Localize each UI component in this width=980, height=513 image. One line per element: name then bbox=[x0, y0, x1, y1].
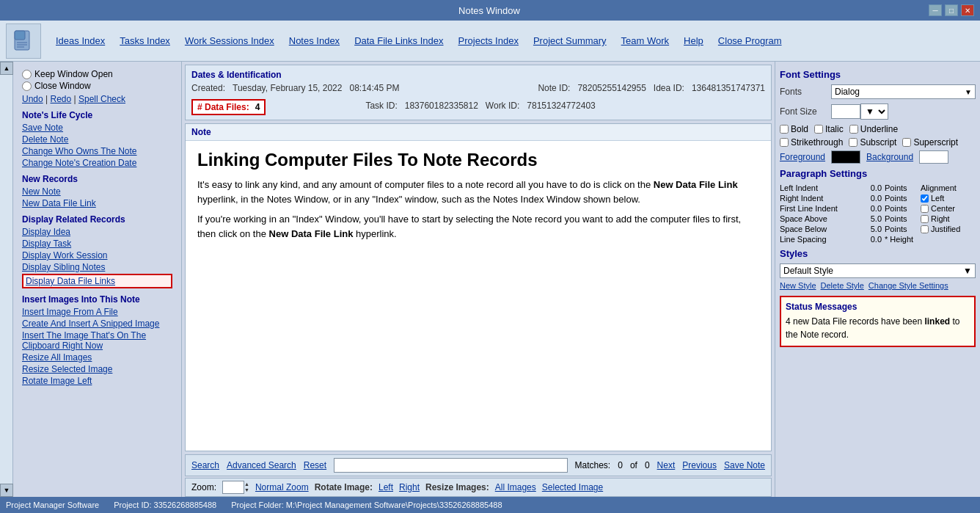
status-messages-section: Status Messages 4 new Data File records … bbox=[780, 296, 976, 347]
menu-item-help[interactable]: Help bbox=[676, 32, 711, 49]
previous-link[interactable]: Previous bbox=[682, 460, 717, 470]
sidebar-link[interactable]: Change Note's Creation Date bbox=[22, 158, 172, 168]
background-label[interactable]: Background bbox=[866, 152, 913, 162]
sidebar-link[interactable]: Insert Image From A File bbox=[22, 307, 172, 317]
font-size-input[interactable]: 16 bbox=[831, 104, 860, 119]
selected-image-link[interactable]: Selected Image bbox=[542, 482, 603, 492]
sidebar-link[interactable]: Display Idea bbox=[22, 227, 172, 237]
menu-item-notes-index[interactable]: Notes Index bbox=[282, 32, 347, 49]
center-align-checkbox[interactable]: Center bbox=[921, 204, 976, 213]
sidebar-link[interactable]: Create And Insert A Snipped Image bbox=[22, 319, 172, 329]
rotate-left-link[interactable]: Left bbox=[379, 482, 393, 492]
color-row: Foreground Background bbox=[780, 150, 976, 164]
sidebar-link[interactable]: New Data File Link bbox=[22, 198, 172, 208]
sidebar-link[interactable]: Resize All Images bbox=[22, 352, 172, 363]
background-color-swatch[interactable] bbox=[919, 150, 948, 164]
sidebar-link[interactable]: Display Work Session bbox=[22, 250, 172, 261]
vertical-scrollbar[interactable]: ▲ ▼ bbox=[0, 62, 13, 497]
paragraph-settings-title: Paragraph Settings bbox=[780, 168, 976, 179]
rotate-right-link[interactable]: Right bbox=[399, 482, 420, 492]
keep-window-open-radio[interactable]: Keep Window Open bbox=[22, 69, 172, 79]
menu-item-work-sessions-index[interactable]: Work Sessions Index bbox=[178, 32, 282, 49]
search-input[interactable] bbox=[334, 458, 567, 473]
sidebar-link[interactable]: Display Data File Links bbox=[22, 274, 172, 288]
menu-bar: Ideas IndexTasks IndexWork Sessions Inde… bbox=[0, 21, 980, 62]
left-indent-points: Points bbox=[885, 183, 918, 192]
menu-item-ideas-index[interactable]: Ideas Index bbox=[48, 32, 112, 49]
underline-checkbox[interactable]: Underline bbox=[849, 124, 898, 134]
italic-checkbox[interactable]: Italic bbox=[814, 124, 844, 134]
sidebar-link[interactable]: New Note bbox=[22, 186, 172, 197]
advanced-search-link[interactable]: Advanced Search bbox=[227, 460, 296, 470]
zoom-spinner[interactable]: ▲ ▼ bbox=[244, 481, 249, 493]
sidebar-link[interactable]: Display Sibling Notes bbox=[22, 262, 172, 272]
close-window-radio[interactable]: Close Window bbox=[22, 81, 172, 91]
sidebar-section-title: Insert Images Into This Note bbox=[22, 294, 172, 305]
next-link[interactable]: Next bbox=[657, 460, 676, 470]
search-link[interactable]: Search bbox=[191, 460, 219, 470]
menu-item-project-summary[interactable]: Project Summary bbox=[526, 32, 614, 49]
fonts-select[interactable]: Dialog ▼ bbox=[831, 84, 976, 99]
strikethrough-checkbox[interactable]: Strikethrough bbox=[780, 137, 843, 148]
normal-zoom-link[interactable]: Normal Zoom bbox=[255, 482, 309, 492]
menu-item-team-work[interactable]: Team Work bbox=[614, 32, 677, 49]
fonts-value: Dialog bbox=[835, 87, 860, 97]
left-indent-label: Left Indent bbox=[780, 183, 853, 192]
style-buttons: New Style Delete Style Change Style Sett… bbox=[780, 281, 976, 290]
minimize-button[interactable]: ─ bbox=[929, 4, 942, 16]
spell-check-link[interactable]: Spell Check bbox=[78, 94, 125, 104]
idea-id-label: Idea ID: bbox=[654, 83, 684, 93]
menu-item-close-program[interactable]: Close Program bbox=[711, 32, 789, 49]
all-images-link[interactable]: All Images bbox=[495, 482, 536, 492]
sidebar-link[interactable]: Resize Selected Image bbox=[22, 364, 172, 374]
sidebar-link[interactable]: Save Note bbox=[22, 123, 172, 133]
left-align-checkbox[interactable]: Left bbox=[921, 194, 976, 203]
note-id-value: 78205255142955 bbox=[577, 83, 646, 93]
dates-title: Dates & Identification bbox=[191, 70, 765, 80]
subscript-checkbox[interactable]: Subscript bbox=[849, 137, 896, 148]
delete-style-btn[interactable]: Delete Style bbox=[821, 281, 864, 290]
reset-link[interactable]: Reset bbox=[304, 460, 326, 470]
sidebar-link[interactable]: Change Who Owns The Note bbox=[22, 146, 172, 156]
space-below-points: Points bbox=[885, 225, 918, 233]
save-note-link[interactable]: Save Note bbox=[724, 460, 765, 470]
alignment-label: Alignment bbox=[921, 183, 976, 192]
font-size-label: Font Size bbox=[780, 106, 831, 117]
sidebar-link[interactable]: Rotate Image Left bbox=[22, 376, 172, 386]
menu-item-data-file-links-index[interactable]: Data File Links Index bbox=[347, 32, 450, 49]
right-panel: Font Settings Fonts Dialog ▼ Font Size 1… bbox=[775, 62, 980, 497]
scroll-up-btn[interactable]: ▲ bbox=[0, 62, 13, 75]
foreground-label[interactable]: Foreground bbox=[780, 152, 825, 162]
redo-link[interactable]: Redo bbox=[50, 94, 71, 104]
sidebar-link[interactable]: Insert The Image That's On The Clipboard… bbox=[22, 330, 172, 351]
menu-item-projects-index[interactable]: Projects Index bbox=[451, 32, 526, 49]
change-style-settings-btn[interactable]: Change Style Settings bbox=[869, 281, 948, 290]
style-select[interactable]: Default Style ▼ bbox=[780, 263, 976, 278]
scroll-down-btn[interactable]: ▼ bbox=[0, 484, 13, 497]
superscript-checkbox[interactable]: Superscript bbox=[902, 137, 958, 148]
new-style-btn[interactable]: New Style bbox=[780, 281, 816, 290]
bold-checkbox[interactable]: Bold bbox=[780, 124, 808, 134]
fonts-dropdown-arrow[interactable]: ▼ bbox=[965, 88, 972, 96]
menu-item-tasks-index[interactable]: Tasks Index bbox=[112, 32, 178, 49]
font-settings-title: Font Settings bbox=[780, 69, 976, 80]
foreground-color-swatch[interactable] bbox=[831, 150, 860, 164]
sidebar-link[interactable]: Delete Note bbox=[22, 134, 172, 145]
scroll-track[interactable] bbox=[0, 75, 12, 484]
right-align-checkbox[interactable]: Right bbox=[921, 214, 976, 223]
zoom-input[interactable]: 1 bbox=[222, 481, 244, 494]
justified-align-checkbox[interactable]: Justified bbox=[921, 225, 976, 233]
style-dropdown-arrow[interactable]: ▼ bbox=[963, 266, 972, 276]
status-software: Project Manager Software bbox=[6, 501, 99, 509]
sidebar-link[interactable]: Display Task bbox=[22, 239, 172, 249]
maximize-button[interactable]: □ bbox=[945, 4, 958, 16]
close-button[interactable]: ✕ bbox=[961, 4, 974, 16]
note-heading: Linking Computer Files To Note Records bbox=[197, 150, 759, 170]
sidebar-section-title: Display Related Records bbox=[22, 214, 172, 225]
note-content[interactable]: Linking Computer Files To Note Records I… bbox=[186, 141, 771, 451]
undo-link[interactable]: Undo bbox=[22, 94, 43, 104]
font-size-select[interactable]: ▼ bbox=[860, 103, 888, 120]
styles-title: Styles bbox=[780, 248, 976, 259]
space-below-value: 5.0 bbox=[856, 225, 882, 233]
line-spacing-value: 0.0 bbox=[856, 235, 882, 244]
